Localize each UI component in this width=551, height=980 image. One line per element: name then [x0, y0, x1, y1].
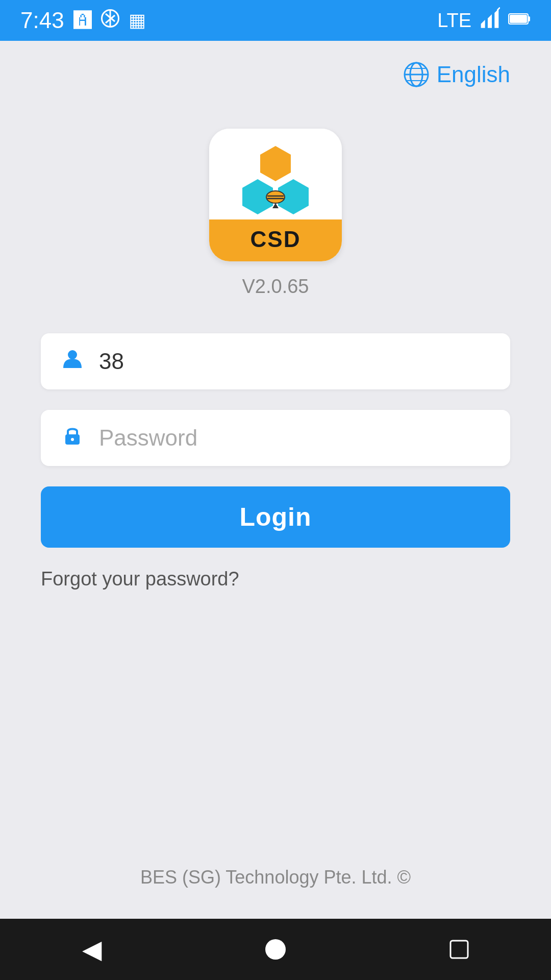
status-time: 7:43 [20, 8, 64, 33]
svg-rect-9 [528, 16, 530, 21]
signal-icon [480, 7, 500, 34]
username-field-container [41, 333, 510, 389]
username-input[interactable] [99, 349, 490, 374]
svg-marker-16 [260, 146, 291, 181]
bluetooth-icon [101, 7, 119, 34]
forgot-password-link[interactable]: Forgot your password? [41, 568, 239, 590]
language-label: English [437, 62, 510, 87]
password-input[interactable] [99, 425, 490, 451]
svg-marker-4 [494, 9, 498, 28]
user-icon [61, 348, 84, 375]
footer: BES (SG) Technology Pte. Ltd. © [140, 867, 411, 919]
copyright-text: BES (SG) Technology Pte. Ltd. © [140, 867, 411, 888]
app-name-label: CSD [251, 227, 301, 252]
back-button[interactable]: ◀ [71, 929, 112, 970]
svg-marker-6 [481, 19, 485, 28]
svg-point-19 [266, 191, 285, 203]
app-version-label: V2.0.65 [242, 276, 309, 298]
lock-icon [61, 424, 84, 452]
status-bar: 7:43 🅰 ▦ LTE [0, 0, 551, 41]
svg-point-26 [265, 939, 286, 960]
keyboard-icon: 🅰 [73, 10, 92, 31]
logo-bottom-bar: CSD [209, 219, 342, 261]
recents-button[interactable] [439, 929, 480, 970]
battery-icon [508, 10, 531, 32]
globe-icon [403, 61, 430, 88]
status-bar-left: 7:43 🅰 ▦ [20, 7, 146, 34]
clipboard-icon: ▦ [129, 10, 146, 31]
svg-rect-27 [450, 941, 468, 958]
app-logo: CSD [209, 129, 342, 261]
lte-label: LTE [437, 10, 471, 32]
login-button[interactable]: Login [41, 486, 510, 548]
svg-marker-5 [488, 14, 492, 28]
password-field-container [41, 410, 510, 466]
svg-marker-22 [272, 203, 279, 208]
svg-point-23 [68, 350, 77, 359]
svg-rect-10 [510, 15, 527, 23]
bottom-nav-bar: ◀ [0, 919, 551, 980]
svg-line-7 [497, 7, 500, 10]
svg-point-25 [71, 438, 74, 441]
logo-hexagons [209, 129, 342, 219]
main-content: English [0, 41, 551, 919]
home-button[interactable] [255, 929, 296, 970]
login-form [41, 333, 510, 466]
status-bar-right: LTE [437, 7, 531, 34]
app-logo-container: CSD V2.0.65 [209, 129, 342, 298]
language-selector[interactable]: English [403, 61, 510, 88]
